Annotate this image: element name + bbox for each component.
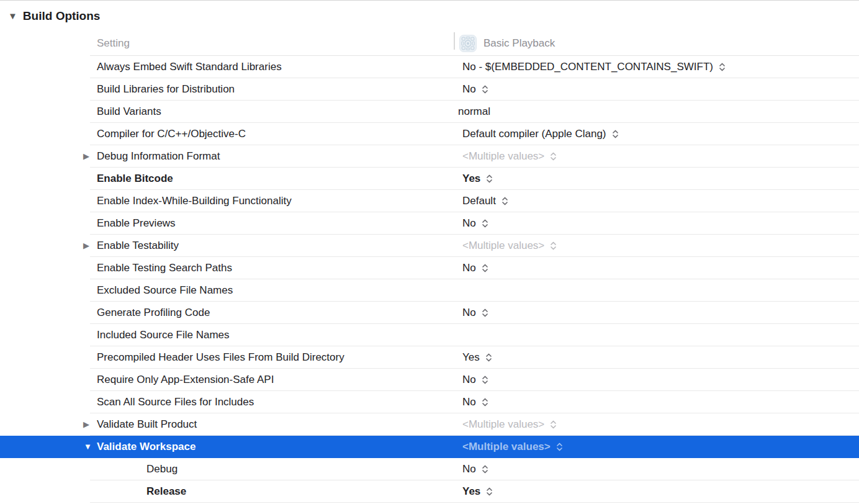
stepper-chevrons-icon xyxy=(486,174,493,184)
table-row[interactable]: DebugNo xyxy=(0,458,859,480)
disclosure-expanded-icon[interactable]: ▼ xyxy=(84,436,92,458)
setting-label: Enable Testability xyxy=(97,235,179,257)
setting-value-text: Yes xyxy=(462,173,480,185)
table-row[interactable]: ▶Debug Information Format<Multiple value… xyxy=(0,145,859,168)
setting-label: Build Libraries for Distribution xyxy=(97,78,235,101)
disclosure-collapsed-icon[interactable]: ▶ xyxy=(83,235,89,257)
setting-label: Build Variants xyxy=(97,101,161,123)
section-header: ▼ Build Options xyxy=(0,1,859,31)
settings-table: Always Embed Swift Standard LibrariesNo … xyxy=(0,56,859,503)
stepper-chevrons-icon xyxy=(550,241,557,251)
setting-value: normal xyxy=(454,101,859,123)
setting-value-text: No xyxy=(462,463,476,475)
setting-value-text: <Multiple values> xyxy=(462,418,544,431)
stepper-chevrons-icon xyxy=(482,84,488,94)
table-row[interactable]: Enable Testing Search PathsNo xyxy=(0,257,859,279)
setting-value-popup[interactable]: No xyxy=(454,369,859,391)
table-row[interactable]: Excluded Source File Names xyxy=(0,279,859,302)
setting-label: Enable Index-While-Building Functionalit… xyxy=(97,190,292,212)
setting-value-popup[interactable]: Default compiler (Apple Clang) xyxy=(454,123,859,145)
table-row[interactable]: Precompiled Header Uses Files From Build… xyxy=(0,346,859,369)
setting-value-text: No - $(EMBEDDED_CONTENT_CONTAINS_SWIFT) xyxy=(462,61,713,73)
column-divider[interactable] xyxy=(454,32,455,50)
setting-label: Compiler for C/C++/Objective-C xyxy=(97,123,246,145)
setting-value-text: <Multiple values> xyxy=(462,150,544,163)
setting-value-popup[interactable]: No xyxy=(454,302,859,324)
table-row[interactable]: Enable Index-While-Building Functionalit… xyxy=(0,190,859,212)
stepper-chevrons-icon xyxy=(612,129,619,139)
setting-label: Enable Previews xyxy=(97,212,176,235)
app-target-icon xyxy=(459,35,477,52)
disclosure-collapsed-icon[interactable]: ▶ xyxy=(83,413,89,436)
setting-value-text: No xyxy=(462,217,476,230)
setting-value-popup[interactable]: No - $(EMBEDDED_CONTENT_CONTAINS_SWIFT) xyxy=(454,56,859,78)
setting-value-text: <Multiple values> xyxy=(462,441,551,453)
table-row[interactable]: Always Embed Swift Standard LibrariesNo … xyxy=(0,56,859,78)
setting-label: Validate Workspace xyxy=(97,436,196,458)
setting-label: Release xyxy=(146,480,186,503)
setting-value-text: normal xyxy=(458,106,490,118)
setting-value-text: No xyxy=(462,307,476,319)
disclosure-collapsed-icon[interactable]: ▶ xyxy=(83,145,89,168)
stepper-chevrons-icon xyxy=(719,62,726,72)
setting-label: Excluded Source File Names xyxy=(97,279,233,302)
setting-value-text: No xyxy=(462,262,476,274)
stepper-chevrons-icon xyxy=(482,218,488,228)
table-row[interactable]: Build Libraries for DistributionNo xyxy=(0,78,859,101)
setting-value-popup[interactable]: Default xyxy=(454,190,859,212)
setting-label: Debug xyxy=(146,458,178,480)
setting-value-popup[interactable]: No xyxy=(454,212,859,235)
setting-label: Debug Information Format xyxy=(97,145,220,168)
table-row[interactable]: ▶Validate Built Product<Multiple values> xyxy=(0,413,859,436)
table-row[interactable]: Included Source File Names xyxy=(0,324,859,346)
setting-label: Generate Profiling Code xyxy=(97,302,210,324)
setting-value-popup[interactable]: No xyxy=(454,458,859,480)
table-row[interactable]: Compiler for C/C++/Objective-CDefault co… xyxy=(0,123,859,145)
column-header-target-label: Basic Playback xyxy=(483,37,555,50)
setting-label: Validate Built Product xyxy=(97,413,197,436)
setting-value xyxy=(454,279,859,302)
setting-value-popup[interactable]: Yes xyxy=(454,480,859,503)
setting-value-text: Yes xyxy=(462,485,480,498)
setting-value-popup[interactable]: No xyxy=(454,257,859,279)
build-settings-pane: ▼ Build Options Setting xyxy=(0,0,859,503)
setting-label: Precompiled Header Uses Files From Build… xyxy=(97,346,344,369)
setting-label: Always Embed Swift Standard Libraries xyxy=(97,56,282,78)
setting-value-text: Default xyxy=(462,195,496,207)
stepper-chevrons-icon xyxy=(482,375,488,385)
column-header-setting[interactable]: Setting xyxy=(97,31,130,56)
setting-value-popup[interactable]: <Multiple values> xyxy=(454,145,859,168)
setting-label: Enable Testing Search Paths xyxy=(97,257,232,279)
stepper-chevrons-icon xyxy=(482,263,488,273)
table-row[interactable]: ▶Enable Testability<Multiple values> xyxy=(0,235,859,257)
stepper-chevrons-icon xyxy=(556,442,563,452)
table-row[interactable]: Scan All Source Files for IncludesNo xyxy=(0,391,859,413)
setting-value-popup[interactable]: No xyxy=(454,391,859,413)
table-row[interactable]: Generate Profiling CodeNo xyxy=(0,302,859,324)
setting-value-popup[interactable]: Yes xyxy=(454,168,859,190)
setting-value-popup[interactable]: <Multiple values> xyxy=(454,436,859,458)
setting-value-text: No xyxy=(462,83,476,96)
setting-value-text: <Multiple values> xyxy=(462,240,544,252)
table-row[interactable]: Require Only App-Extension-Safe APINo xyxy=(0,369,859,391)
table-row[interactable]: ReleaseYes xyxy=(0,480,859,503)
setting-value-popup[interactable]: No xyxy=(454,78,859,101)
table-row[interactable]: Build Variantsnormal xyxy=(0,101,859,123)
stepper-chevrons-icon xyxy=(550,151,557,161)
stepper-chevrons-icon xyxy=(482,397,488,407)
table-row[interactable]: ▼Validate Workspace<Multiple values> xyxy=(0,436,859,458)
table-row[interactable]: Enable BitcodeYes xyxy=(0,168,859,190)
stepper-chevrons-icon xyxy=(482,308,488,318)
stepper-chevrons-icon xyxy=(485,353,492,362)
stepper-chevrons-icon xyxy=(501,196,508,206)
column-header-target[interactable]: Basic Playback xyxy=(459,31,555,56)
setting-value-popup[interactable]: <Multiple values> xyxy=(454,413,859,436)
stepper-chevrons-icon xyxy=(482,464,488,474)
setting-value-popup[interactable]: Yes xyxy=(454,346,859,369)
setting-label: Scan All Source Files for Includes xyxy=(97,391,254,413)
setting-value-text: Yes xyxy=(462,351,480,364)
setting-value-text: No xyxy=(462,396,476,408)
section-disclosure-expanded-icon[interactable]: ▼ xyxy=(8,11,17,20)
setting-value-popup[interactable]: <Multiple values> xyxy=(454,235,859,257)
table-row[interactable]: Enable PreviewsNo xyxy=(0,212,859,235)
